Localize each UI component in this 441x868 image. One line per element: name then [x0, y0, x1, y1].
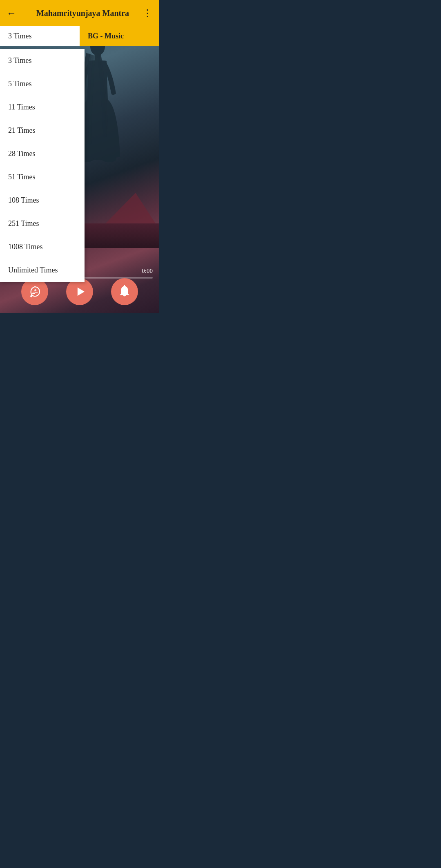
bell-button[interactable]	[111, 278, 138, 305]
bell-icon	[118, 285, 131, 299]
play-button[interactable]	[66, 278, 93, 305]
repeat-option-unlimited[interactable]: Unlimited Times	[0, 259, 85, 282]
repeat-option-3[interactable]: 3 Times	[0, 49, 85, 72]
svg-marker-6	[78, 288, 85, 296]
repeat-option-251[interactable]: 251 Times	[0, 212, 85, 235]
controls-row	[0, 278, 159, 305]
back-button[interactable]: ←	[7, 8, 16, 19]
repeat-option-5[interactable]: 5 Times	[0, 72, 85, 96]
svg-point-5	[34, 289, 36, 291]
tab-bg-music[interactable]: BG - Music	[80, 26, 159, 46]
shankha-icon	[28, 285, 42, 299]
repeat-option-1008[interactable]: 1008 Times	[0, 235, 85, 259]
repeat-option-11[interactable]: 11 Times	[0, 96, 85, 119]
menu-button[interactable]: ⋮	[143, 7, 153, 19]
repeat-dropdown: 3 Times 5 Times 11 Times 21 Times 28 Tim…	[0, 49, 85, 282]
tab-repeat[interactable]: 3 Times	[0, 26, 80, 46]
repeat-option-108[interactable]: 108 Times	[0, 189, 85, 212]
background-area: 3 Times BG - Music 3 Times 5 Times 11 Ti…	[0, 26, 159, 313]
app-header: ← Mahamrityunjaya Mantra ⋮	[0, 0, 159, 26]
play-icon	[73, 285, 87, 299]
time-total: 0:00	[142, 268, 153, 274]
repeat-option-51[interactable]: 51 Times	[0, 165, 85, 189]
page-title: Mahamrityunjaya Mantra	[23, 9, 143, 18]
repeat-option-21[interactable]: 21 Times	[0, 119, 85, 142]
svg-point-4	[102, 156, 116, 162]
shankha-button[interactable]	[21, 278, 48, 305]
repeat-option-28[interactable]: 28 Times	[0, 142, 85, 165]
tabs-row: 3 Times BG - Music	[0, 26, 159, 46]
